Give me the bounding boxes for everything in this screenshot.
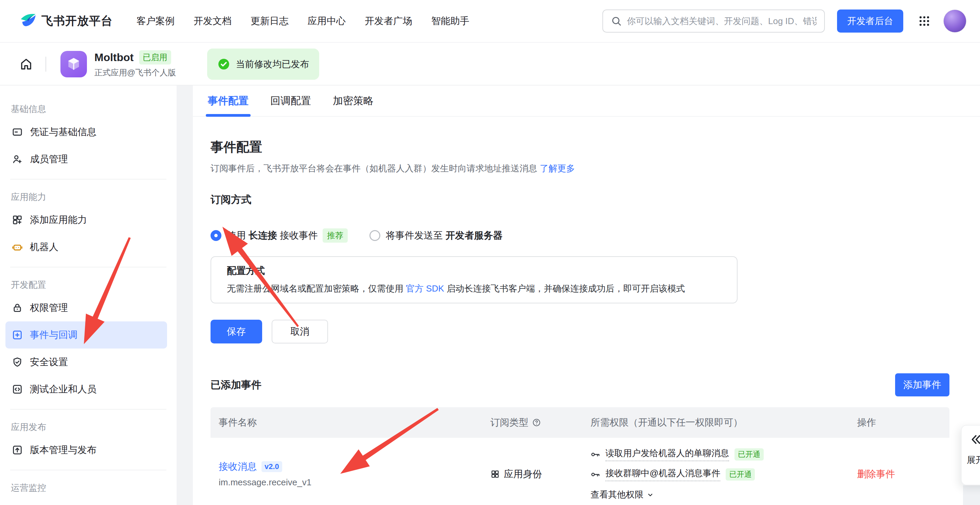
column-header-actions: 操作 bbox=[857, 416, 941, 429]
form-actions: 保存 取消 bbox=[210, 320, 980, 343]
label-seg: 使用 bbox=[227, 229, 246, 242]
sidebar-item-permissions[interactable]: 权限管理 bbox=[5, 294, 167, 321]
publish-status-pill: 当前修改均已发布 bbox=[207, 49, 319, 80]
sidebar-item-label: 机器人 bbox=[30, 241, 59, 254]
recommended-badge: 推荐 bbox=[323, 229, 348, 243]
sidebar-item-label: 添加应用能力 bbox=[30, 213, 87, 226]
page-background-patch bbox=[963, 485, 980, 505]
label-seg-bold: 长连接 bbox=[248, 229, 277, 242]
column-header-sub-type: 订阅类型 bbox=[490, 416, 590, 429]
sidebar-item-test-org[interactable]: 测试企业和人员 bbox=[5, 376, 167, 403]
view-more-permissions[interactable]: 查看其他权限 bbox=[590, 489, 857, 500]
radio-developer-server-label: 将事件发送至 开发者服务器 bbox=[386, 229, 505, 242]
tab-event-config[interactable]: 事件配置 bbox=[208, 86, 248, 116]
cancel-button[interactable]: 取消 bbox=[272, 320, 328, 343]
nav-link-assistant[interactable]: 智能助手 bbox=[431, 14, 469, 27]
divider bbox=[10, 179, 166, 179]
home-icon[interactable] bbox=[19, 57, 33, 71]
learn-more-link[interactable]: 了解更多 bbox=[539, 163, 575, 173]
sub-type-value: 应用身份 bbox=[504, 468, 542, 481]
events-table: 事件名称 订阅类型 所需权限（开通以下任一权限即可） 操作 bbox=[210, 407, 950, 505]
page-title: 事件配置 bbox=[210, 138, 980, 156]
question-circle-icon[interactable] bbox=[532, 418, 541, 427]
divider bbox=[10, 470, 166, 470]
radio-long-connection[interactable] bbox=[210, 230, 221, 241]
config-method-body: 无需注册公网域名或配置加密策略，仅需使用 官方 SDK 启动长连接飞书客户端，并… bbox=[227, 283, 721, 295]
add-event-button[interactable]: 添加事件 bbox=[895, 373, 950, 396]
sidebar-item-label: 成员管理 bbox=[30, 153, 68, 166]
publish-icon bbox=[11, 444, 23, 456]
radio-long-connection-label: 使用 长连接 接收事件 推荐 bbox=[227, 229, 348, 243]
view-more-permissions-label: 查看其他权限 bbox=[590, 489, 643, 500]
double-chevron-left-icon bbox=[969, 433, 980, 446]
publish-status-text: 当前修改均已发布 bbox=[235, 58, 309, 70]
permissions-cell: 读取用户发给机器人的单聊消息 已开通 接收群聊中@机器人消息事件 已开通 bbox=[590, 447, 857, 500]
global-search[interactable] bbox=[602, 10, 825, 33]
shield-check-icon bbox=[11, 356, 23, 368]
feishu-open-platform-console: 飞书开放平台 客户案例 开发文档 更新日志 应用中心 开发者广场 智能助手 开发… bbox=[0, 0, 980, 505]
sidebar-item-version-release[interactable]: 版本管理与发布 bbox=[5, 437, 167, 464]
label-seg: 接收事件 bbox=[280, 229, 318, 242]
divider bbox=[10, 267, 166, 267]
nav-link-app-center[interactable]: 应用中心 bbox=[308, 14, 346, 27]
grid-icon bbox=[490, 469, 500, 479]
radio-developer-server[interactable] bbox=[369, 230, 380, 241]
save-button[interactable]: 保存 bbox=[210, 320, 262, 343]
actions-cell: 删除事件 bbox=[857, 447, 941, 500]
sidebar-item-add-capability[interactable]: 添加应用能力 bbox=[5, 206, 167, 233]
sidebar-section-capabilities: 应用能力 bbox=[11, 191, 177, 203]
member-add-icon bbox=[11, 153, 23, 165]
search-input[interactable] bbox=[627, 16, 817, 27]
check-circle-icon bbox=[217, 58, 230, 71]
label-seg-bold: 开发者服务器 bbox=[445, 229, 503, 242]
delete-event-button[interactable]: 删除事件 bbox=[857, 468, 941, 481]
tab-callback-config[interactable]: 回调配置 bbox=[270, 86, 311, 116]
nav-link-changelog[interactable]: 更新日志 bbox=[251, 14, 289, 27]
event-name-link[interactable]: 接收消息 bbox=[219, 460, 257, 473]
brand-title: 飞书开放平台 bbox=[41, 13, 113, 29]
app-header-bar: Moltbot 已启用 正式应用@飞书个人版 当前修改均已发布 bbox=[0, 43, 980, 86]
sidebar-item-credentials[interactable]: 凭证与基础信息 bbox=[5, 118, 167, 146]
tab-encryption-strategy[interactable]: 加密策略 bbox=[333, 86, 374, 116]
sidebar-item-members[interactable]: 成员管理 bbox=[5, 146, 167, 173]
permission-name[interactable]: 读取用户发给机器人的单聊消息 bbox=[605, 447, 729, 461]
nav-link-dev-plaza[interactable]: 开发者广场 bbox=[365, 14, 412, 27]
sidebar-item-security[interactable]: 安全设置 bbox=[5, 349, 167, 376]
column-header-label: 订阅类型 bbox=[490, 416, 528, 429]
brand[interactable]: 飞书开放平台 bbox=[19, 12, 113, 30]
sidebar-section-basic-info: 基础信息 bbox=[11, 103, 177, 115]
user-avatar[interactable] bbox=[943, 10, 966, 33]
expand-drawer-button[interactable]: 展开 bbox=[961, 425, 980, 485]
id-card-icon bbox=[11, 126, 23, 138]
divider bbox=[46, 57, 46, 71]
label-seg: 将事件发送至 bbox=[386, 229, 443, 242]
sub-type-cell: 应用身份 bbox=[490, 447, 590, 500]
key-icon bbox=[590, 449, 601, 459]
sidebar-content-gap bbox=[177, 86, 193, 505]
nav-link-cases[interactable]: 客户案例 bbox=[137, 14, 175, 27]
top-navbar: 飞书开放平台 客户案例 开发文档 更新日志 应用中心 开发者广场 智能助手 开发… bbox=[0, 0, 980, 43]
search-icon bbox=[611, 15, 622, 27]
main-content: 事件配置 回调配置 加密策略 事件配置 订阅事件后，飞书开放平台将会在事件（如机… bbox=[193, 86, 980, 505]
column-header-event-name: 事件名称 bbox=[219, 416, 490, 429]
sidebar-section-dev-config: 开发配置 bbox=[11, 279, 177, 291]
nav-link-docs[interactable]: 开发文档 bbox=[194, 14, 232, 27]
apps-grid-icon[interactable] bbox=[917, 14, 932, 29]
developer-console-button[interactable]: 开发者后台 bbox=[837, 10, 903, 33]
official-sdk-link[interactable]: 官方 SDK bbox=[406, 283, 444, 294]
nav-links: 客户案例 开发文档 更新日志 应用中心 开发者广场 智能助手 bbox=[137, 14, 469, 27]
added-events-title: 已添加事件 bbox=[210, 378, 261, 392]
capability-add-icon bbox=[11, 214, 23, 226]
permission-granted-badge: 已开通 bbox=[725, 468, 755, 481]
tab-bar: 事件配置 回调配置 加密策略 bbox=[193, 86, 980, 117]
sidebar-item-events-callbacks[interactable]: 事件与回调 bbox=[5, 321, 167, 349]
divider bbox=[10, 409, 166, 410]
added-events-header: 已添加事件 添加事件 bbox=[210, 373, 950, 396]
sidebar-section-monitoring: 运营监控 bbox=[11, 482, 177, 494]
permission-name[interactable]: 接收群聊中@机器人消息事件 bbox=[605, 467, 720, 481]
app-meta: Moltbot 已启用 正式应用@飞书个人版 bbox=[94, 50, 176, 78]
app-status-badge: 已启用 bbox=[139, 50, 171, 65]
sidebar-item-label: 事件与回调 bbox=[30, 329, 78, 341]
app-icon[interactable] bbox=[60, 51, 87, 77]
sidebar-item-bot[interactable]: 机器人 bbox=[5, 233, 167, 260]
